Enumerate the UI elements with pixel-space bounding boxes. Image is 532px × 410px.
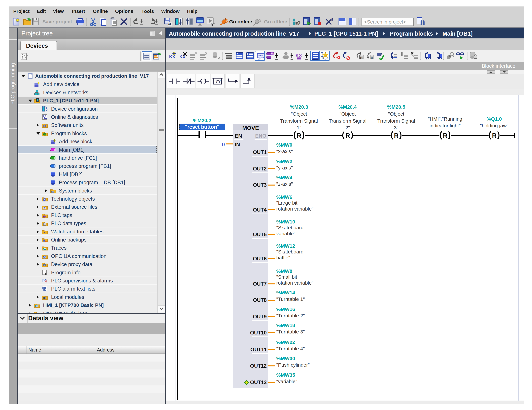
svg-text:R: R bbox=[394, 132, 399, 139]
svg-text:01: 01 bbox=[168, 23, 171, 26]
svg-text:01: 01 bbox=[271, 52, 274, 55]
svg-text:01: 01 bbox=[44, 207, 46, 209]
svg-text:RT: RT bbox=[211, 23, 215, 26]
svg-text:R: R bbox=[345, 132, 350, 139]
svg-text:R: R bbox=[492, 132, 496, 139]
svg-text:??: ?? bbox=[215, 79, 221, 84]
svg-text:KX: KX bbox=[180, 54, 186, 59]
svg-text:01: 01 bbox=[360, 57, 362, 59]
svg-text:?: ? bbox=[297, 20, 301, 26]
svg-text:KX: KX bbox=[295, 53, 302, 58]
svg-text:R: R bbox=[297, 132, 301, 139]
svg-text:01: 01 bbox=[370, 57, 373, 59]
svg-text:R: R bbox=[443, 132, 447, 139]
svg-text:2: 2 bbox=[331, 18, 333, 21]
